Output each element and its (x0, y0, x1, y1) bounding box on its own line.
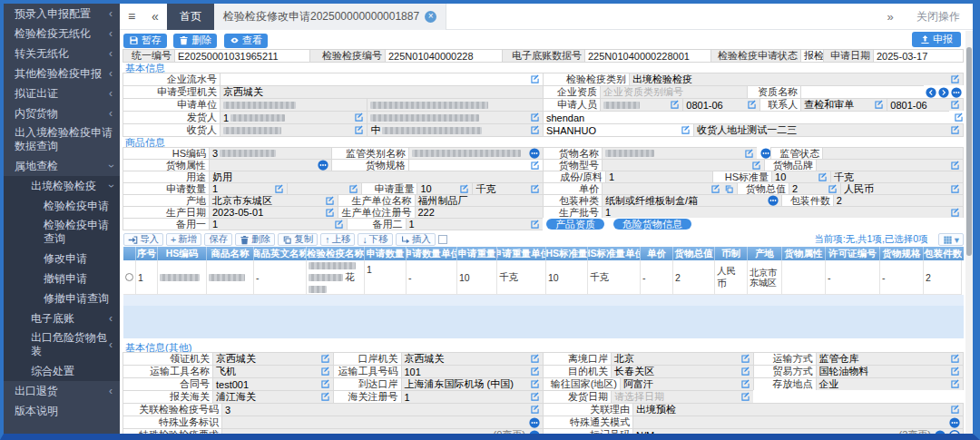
edit-icon[interactable] (751, 161, 761, 171)
edit-icon[interactable] (459, 184, 469, 194)
col-header[interactable]: 许可证编号 (826, 247, 880, 260)
edit-icon[interactable] (950, 367, 960, 376)
usage-input[interactable]: 奶用 (209, 171, 544, 183)
edit-icon[interactable] (530, 354, 540, 364)
goods-brand-input[interactable] (816, 159, 964, 171)
move-up-button[interactable]: ↑上移 (320, 233, 355, 246)
edit-icon[interactable] (710, 184, 720, 194)
sidebar-item-cert[interactable]: 拟证出证‹ (4, 83, 120, 103)
sidebar-item-local-inspection[interactable]: 属地查检‹ (4, 156, 120, 176)
port-org-input[interactable]: 京西城关 (401, 352, 544, 366)
edit-icon[interactable] (354, 125, 364, 135)
edit-icon[interactable] (950, 74, 960, 84)
dest-org-input[interactable]: 长春关区 (611, 365, 754, 378)
apply-person-input[interactable] (600, 98, 683, 112)
hs-code-input[interactable]: 3 (209, 147, 332, 160)
unit-price-input[interactable] (602, 182, 738, 195)
col-header[interactable]: 申请重量 (457, 247, 497, 260)
edit-icon[interactable] (740, 379, 750, 389)
apply-weight-unit-input[interactable]: 千克 (472, 182, 544, 195)
more-icon[interactable] (768, 195, 779, 206)
save-row-button[interactable]: 保存 (204, 233, 232, 246)
edit-icon[interactable] (530, 161, 540, 171)
customs-reg-no-input[interactable]: 1 (401, 390, 544, 404)
sidebar-item-modify-apply[interactable]: 修改申请 (4, 249, 120, 269)
enterprise-serial-input[interactable] (220, 73, 544, 86)
delete-row-button[interactable]: 删除 (235, 233, 275, 246)
import-button[interactable]: 导入 (123, 233, 163, 246)
edit-icon[interactable] (320, 354, 330, 364)
sidebar-item-exit-inspection[interactable]: 出境检验检疫‹ (4, 176, 120, 196)
production-date-input[interactable]: 2023-05-01 (209, 206, 338, 219)
edit-icon[interactable] (818, 172, 828, 182)
producer-reg-no-input[interactable]: 222 (415, 206, 544, 219)
dest-country-input[interactable]: 阿富汗 (620, 377, 754, 391)
package-count-input[interactable]: 2 (833, 194, 964, 207)
edit-icon[interactable] (874, 100, 884, 110)
column-settings-button[interactable]: ▾ (938, 233, 964, 246)
tab-home[interactable]: 首页 (167, 4, 214, 30)
row-radio[interactable] (125, 273, 133, 281)
edit-icon[interactable] (954, 112, 964, 122)
vertical-scrollbar[interactable] (965, 31, 973, 434)
declare-button[interactable]: 申报 (912, 32, 961, 47)
scr ollbar-thumb[interactable] (966, 47, 972, 256)
consignor-code-input[interactable]: 1 (220, 111, 368, 124)
delete-button[interactable]: 删除 (173, 34, 217, 48)
save-draft-button[interactable]: 暂存 (123, 34, 167, 48)
producer-name-input[interactable]: 福州制品厂 (415, 194, 544, 207)
sidebar-item-comprehensive[interactable]: 综合处置 (4, 361, 120, 381)
edit-icon[interactable] (681, 125, 691, 135)
apply-unit-input[interactable] (220, 98, 368, 112)
enterprise-quals-input[interactable]: 企业资质类别编号 (600, 85, 748, 99)
col-header[interactable]: HS标准量 (546, 247, 588, 260)
exit-port-input[interactable]: 北京 (611, 352, 754, 366)
special-business-input[interactable] (221, 416, 544, 429)
accept-org-input[interactable]: 京西城关 (220, 85, 544, 99)
select-all-checkbox[interactable] (438, 235, 447, 244)
forward-icon[interactable]: » (877, 10, 904, 24)
consignee-name-input[interactable]: 中 (367, 123, 544, 137)
hamburger-icon[interactable]: ≡ (120, 9, 143, 24)
col-header[interactable]: 序号 (136, 247, 158, 260)
arrival-port-input[interactable]: 上海浦东国际机场 (中国) (401, 377, 544, 391)
consignor-en-name[interactable]: shendan (543, 111, 950, 124)
goods-value-input[interactable]: 2 (789, 182, 841, 195)
col-header[interactable]: 商品英文名称 (254, 247, 307, 260)
col-header[interactable]: 商品名称 (207, 247, 254, 260)
qual-name-input[interactable] (800, 85, 925, 99)
edit-icon[interactable] (747, 100, 757, 110)
target-icon[interactable] (949, 430, 960, 435)
special-requirements-input[interactable]: (0变更) (221, 428, 544, 434)
sidebar-item-inspection-paperless[interactable]: 检验检疫无纸化‹ (4, 24, 120, 44)
col-header[interactable]: 货物规格 (880, 247, 924, 260)
apply-person-code-input[interactable]: 0801-06 (682, 98, 760, 112)
marks-numbers-input[interactable]: N/M(2变更) (632, 428, 964, 434)
edit-icon[interactable] (320, 367, 330, 376)
col-header[interactable]: 货物总值 (673, 247, 715, 260)
related-reason-input[interactable]: 出境预检 (632, 403, 964, 416)
edit-icon[interactable] (670, 100, 680, 110)
more-icon[interactable] (529, 430, 540, 435)
ship-date-input[interactable]: 请选择日期 (611, 390, 754, 404)
insert-row-button[interactable]: 插入 (396, 233, 436, 246)
dangerous-goods-button[interactable]: 危险货物信息 (613, 219, 691, 230)
col-header[interactable]: 检验检疫名称 (307, 247, 365, 260)
edit-icon[interactable] (740, 367, 750, 376)
sidebar-item-export-return[interactable]: 出口退货‹ (4, 381, 120, 401)
col-header[interactable]: 申请重量单位 (497, 247, 546, 260)
sidebar-item-other-declare[interactable]: 其他检验检疫申报‹ (4, 64, 120, 83)
add-row-button[interactable]: +新增 (166, 233, 201, 246)
col-header[interactable]: 申请数量单位 (407, 247, 457, 260)
copy-icon[interactable] (724, 184, 734, 194)
next-icon[interactable] (938, 87, 949, 98)
consignee-en-name[interactable]: SHANHUO (543, 123, 694, 137)
apply-weight-input[interactable]: 10 (416, 182, 473, 195)
table-row[interactable]: 1 - 花 1 - 10 千克 10 千克 - 2 人民币 北京市东城区 - -… (123, 260, 964, 295)
goods-model-input[interactable] (602, 159, 765, 171)
sidebar-item-data-query[interactable]: 出入境检验检疫申请数据查询 (4, 123, 120, 156)
edit-icon[interactable] (740, 354, 750, 364)
col-header[interactable]: 单价 (641, 247, 673, 260)
contact-code-input[interactable]: 0801-06 (887, 98, 964, 112)
copy-row-button[interactable]: 复制 (278, 233, 318, 246)
